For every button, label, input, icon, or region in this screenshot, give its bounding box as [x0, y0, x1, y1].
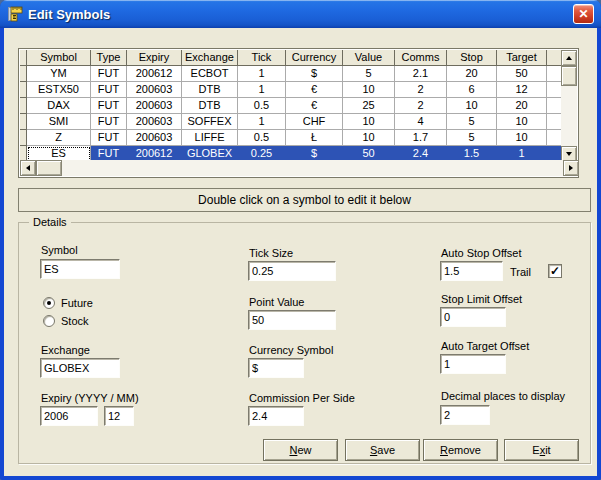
- vertical-scroll-thumb[interactable]: [561, 66, 577, 86]
- grid-cell[interactable]: DTB: [182, 98, 238, 114]
- table-row[interactable]: YMFUT200612ECBOT1$52.12050: [20, 66, 563, 82]
- stock-radio-label: Stock: [61, 315, 89, 327]
- grid-cell[interactable]: FUT: [91, 114, 127, 130]
- expiry-month-input[interactable]: [104, 406, 134, 426]
- currency-symbol-label: Currency Symbol: [249, 344, 333, 356]
- grid-cell[interactable]: 20: [497, 98, 547, 114]
- grid-cell[interactable]: 10: [343, 130, 395, 146]
- grid-cell[interactable]: 200603: [127, 98, 182, 114]
- grid-cell[interactable]: 5: [447, 130, 497, 146]
- grid-cell[interactable]: FUT: [91, 98, 127, 114]
- grid-cell[interactable]: 5: [447, 114, 497, 130]
- grid-cell[interactable]: Ł: [286, 130, 343, 146]
- exit-button[interactable]: Exit: [504, 439, 579, 461]
- grid-cell[interactable]: 1: [238, 82, 286, 98]
- auto-target-offset-input[interactable]: [440, 354, 506, 374]
- expiry-year-input[interactable]: [40, 406, 98, 426]
- grid-cell[interactable]: SOFFEX: [182, 114, 238, 130]
- grid-cell[interactable]: ECBOT: [182, 66, 238, 82]
- grid-header-cell: Tick: [238, 50, 286, 66]
- grid-cell[interactable]: €: [286, 82, 343, 98]
- grid-cell[interactable]: YM: [27, 66, 91, 82]
- scroll-right-button[interactable]: [563, 160, 579, 176]
- grid-header-cell: Symbol: [27, 50, 91, 66]
- close-icon: ✕: [578, 7, 588, 21]
- grid-cell[interactable]: 25: [343, 98, 395, 114]
- hint-text: Double click on a symbol to edit it belo…: [198, 193, 411, 207]
- grid-cell[interactable]: 200603: [127, 130, 182, 146]
- grid-cell[interactable]: DTB: [182, 82, 238, 98]
- grid-cell[interactable]: 1: [238, 114, 286, 130]
- scroll-up-button[interactable]: [561, 50, 577, 66]
- table-row[interactable]: ESTX50FUT200603DTB1€102612: [20, 82, 563, 98]
- grid-cell[interactable]: 10: [497, 114, 547, 130]
- form-background: SymbolTypeExpiryExchangeTickCurrencyValu…: [4, 28, 597, 476]
- grid-cell[interactable]: 200603: [127, 82, 182, 98]
- grid-cell[interactable]: 1.7: [395, 130, 447, 146]
- grid-cell[interactable]: FUT: [91, 66, 127, 82]
- remove-button[interactable]: Remove: [423, 439, 498, 461]
- grid-corner-cell: [20, 50, 27, 66]
- grid-cell[interactable]: 0.5: [238, 130, 286, 146]
- grid-cell[interactable]: 10: [447, 98, 497, 114]
- grid-cell[interactable]: FUT: [91, 130, 127, 146]
- grid-row-header-cell: [20, 114, 27, 130]
- grid-cell[interactable]: 50: [497, 66, 547, 82]
- stop-limit-offset-input[interactable]: [440, 307, 506, 327]
- future-radio[interactable]: [43, 297, 55, 309]
- grid-cell[interactable]: 1: [238, 66, 286, 82]
- table-row[interactable]: SMIFUT200603SOFFEX1CHF104510: [20, 114, 563, 130]
- scroll-left-button[interactable]: [20, 160, 36, 176]
- grid-header-cell: Stop: [447, 50, 497, 66]
- grid-cell[interactable]: $: [286, 66, 343, 82]
- grid-cell[interactable]: LIFFE: [182, 130, 238, 146]
- exchange-input[interactable]: [40, 358, 120, 378]
- grid-cell[interactable]: DAX: [27, 98, 91, 114]
- grid-cell[interactable]: 200603: [127, 114, 182, 130]
- grid-cell[interactable]: 10: [343, 82, 395, 98]
- stock-radio[interactable]: [43, 315, 55, 327]
- decimals-input[interactable]: [440, 405, 490, 425]
- future-radio-label: Future: [61, 297, 93, 309]
- grid-cell[interactable]: 2: [395, 98, 447, 114]
- grid-cell[interactable]: 2.1: [395, 66, 447, 82]
- table-row[interactable]: DAXFUT200603DTB0.5€2521020: [20, 98, 563, 114]
- grid-cell[interactable]: 2: [395, 82, 447, 98]
- currency-symbol-input[interactable]: [248, 358, 304, 378]
- grid-cell[interactable]: 5: [343, 66, 395, 82]
- grid-row-header-cell: [20, 66, 27, 82]
- grid-header-cell: Expiry: [127, 50, 182, 66]
- grid-cell[interactable]: 12: [497, 82, 547, 98]
- tick-size-input[interactable]: [248, 261, 336, 281]
- symbol-input[interactable]: [40, 259, 120, 279]
- vertical-scrollbar[interactable]: [561, 50, 577, 162]
- horizontal-scrollbar[interactable]: [20, 160, 579, 176]
- grid-cell[interactable]: 10: [497, 130, 547, 146]
- grid-cell[interactable]: 6: [447, 82, 497, 98]
- grid-cell[interactable]: ESTX50: [27, 82, 91, 98]
- grid-cell[interactable]: €: [286, 98, 343, 114]
- trail-checkbox[interactable]: [548, 264, 562, 278]
- commission-input[interactable]: [248, 406, 304, 426]
- grid-cell[interactable]: CHF: [286, 114, 343, 130]
- table-row[interactable]: ZFUT200603LIFFE0.5Ł101.7510: [20, 130, 563, 146]
- save-button[interactable]: Save: [345, 439, 420, 461]
- grid-cell[interactable]: 0.5: [238, 98, 286, 114]
- grid-cell[interactable]: 4: [395, 114, 447, 130]
- details-groupbox: Details Symbol Future Stock Exchange Exp…: [18, 222, 591, 464]
- new-button[interactable]: New: [263, 439, 338, 461]
- grid-cell[interactable]: 10: [343, 114, 395, 130]
- auto-stop-offset-input[interactable]: [440, 261, 503, 281]
- point-value-input[interactable]: [248, 310, 336, 330]
- grid-cell[interactable]: 200612: [127, 66, 182, 82]
- grid-row-header-cell: [20, 82, 27, 98]
- grid-cell[interactable]: Z: [27, 130, 91, 146]
- grid-header-cell: Value: [343, 50, 395, 66]
- grid-cell[interactable]: SMI: [27, 114, 91, 130]
- close-button[interactable]: ✕: [573, 4, 594, 24]
- grid-cell[interactable]: 20: [447, 66, 497, 82]
- title-bar[interactable]: Edit Symbols ✕: [0, 0, 601, 28]
- horizontal-scroll-thumb[interactable]: [36, 160, 62, 176]
- grid-header-cell: Currency: [286, 50, 343, 66]
- grid-cell[interactable]: FUT: [91, 82, 127, 98]
